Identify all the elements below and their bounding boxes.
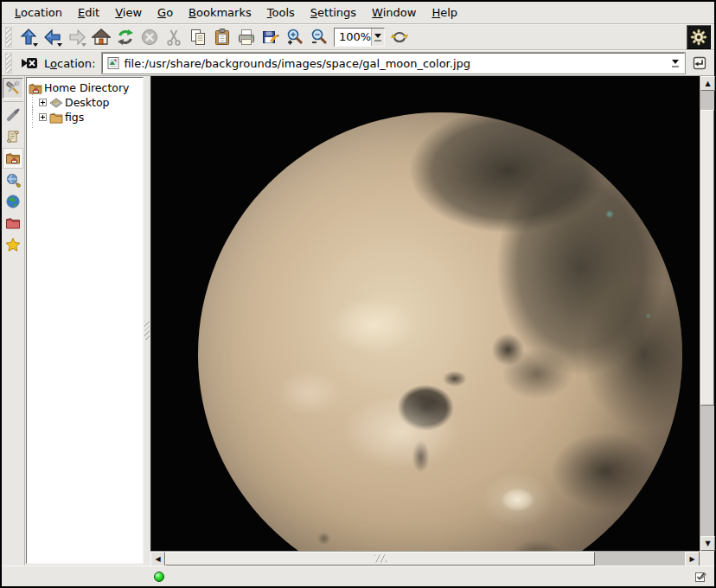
url-combobox[interactable]: file:/usr/share/backgrounds/images/space… (102, 53, 685, 74)
thumb-grip (374, 555, 387, 563)
image-file-icon (106, 56, 120, 70)
sidebar-tab-services[interactable] (3, 169, 23, 190)
copy-pages-icon (189, 28, 208, 47)
stop-icon (140, 28, 159, 47)
magnifier-plus-icon (285, 28, 304, 47)
up-button[interactable] (16, 26, 41, 48)
scissors-icon (164, 28, 183, 47)
history-scroll-icon (5, 129, 21, 144)
zoom-level-dropdown-button[interactable] (371, 29, 384, 46)
menu-settings[interactable]: Settings (303, 3, 364, 22)
paste-button[interactable] (210, 26, 234, 48)
floppy-pencil-icon (261, 28, 280, 47)
scroll-up-button[interactable]: ▲ (700, 76, 715, 91)
folder-icon (49, 112, 63, 124)
location-label: Location: (42, 57, 99, 70)
back-button[interactable] (41, 26, 65, 48)
network-globe-icon (5, 194, 21, 209)
home-folder-icon (5, 150, 21, 166)
go-enter-icon (691, 54, 708, 72)
konqueror-throbber (687, 25, 711, 49)
scroll-right-button[interactable]: ▶ (685, 552, 700, 566)
desktop-icon (49, 97, 63, 109)
reload-icon (116, 28, 135, 47)
clipboard-icon (213, 28, 232, 47)
tree-item-figs[interactable]: figs (29, 110, 143, 125)
scroll-left-button[interactable]: ◀ (150, 552, 165, 566)
root-folder-icon (5, 215, 21, 231)
tree-item-label: Desktop (65, 96, 110, 109)
sidebar-tab-root[interactable] (3, 213, 23, 233)
forward-button (65, 26, 89, 48)
reload-button[interactable] (113, 26, 137, 48)
rotate-button[interactable] (387, 26, 412, 48)
tree-item-home-directory[interactable]: Home Directory (29, 80, 143, 95)
folder-tree-panel: Home Directory Desktop figs (26, 77, 144, 564)
toolbar-drag-handle[interactable] (5, 27, 12, 48)
clear-location-button[interactable] (20, 54, 39, 73)
scroll-down-button[interactable]: ▼ (700, 536, 715, 551)
hammer-wrench-icon (5, 80, 21, 96)
url-dropdown-button[interactable] (668, 54, 682, 73)
clear-location-icon (21, 54, 38, 72)
rotate-arrows-icon (390, 28, 409, 47)
menu-window[interactable]: Window (364, 3, 424, 22)
expand-plus-icon[interactable] (39, 113, 47, 121)
sidebar-tab-bookmarks[interactable] (3, 234, 23, 255)
horizontal-scroll-trough[interactable] (165, 552, 685, 566)
vertical-scroll-trough[interactable] (700, 91, 714, 536)
zoom-level-value: 100% (335, 29, 371, 46)
vertical-scroll-thumb[interactable] (700, 110, 714, 406)
tree-item-desktop[interactable]: Desktop (29, 95, 143, 110)
chevron-down-icon (672, 60, 679, 64)
cut-button (162, 26, 186, 48)
printer-icon (237, 28, 256, 47)
menu-help[interactable]: Help (424, 3, 465, 22)
main-area: Home Directory Desktop figs (2, 76, 714, 566)
save-view-button[interactable] (259, 26, 283, 48)
location-toolbar-drag-handle[interactable] (5, 53, 12, 74)
image-viewer: ▲ ▼ ◀ ▶ (150, 76, 714, 566)
scrollbar-corner (700, 551, 714, 566)
konqueror-window: Location Edit View Go Bookmarks Tools Se… (0, 0, 716, 588)
moon-image (198, 112, 682, 551)
zoom-in-button[interactable] (283, 26, 307, 48)
tree-item-label: figs (65, 111, 84, 124)
home-button[interactable] (89, 26, 113, 48)
statusbar (2, 566, 714, 586)
menu-edit[interactable]: Edit (70, 3, 107, 22)
checkbox-pen-icon (694, 570, 707, 583)
url-input[interactable]: file:/usr/share/backgrounds/images/space… (120, 57, 668, 70)
zoom-out-button[interactable] (307, 26, 331, 48)
image-viewport (150, 76, 700, 551)
menu-tools[interactable]: Tools (259, 3, 303, 22)
zoom-level-combobox[interactable]: 100% (334, 28, 385, 47)
view-link-indicator[interactable] (694, 570, 707, 583)
gray-brush-icon (5, 107, 21, 123)
bookmarks-star-icon (5, 237, 21, 252)
sidebar-tab-tools[interactable] (3, 78, 23, 99)
chevron-down-icon (374, 34, 381, 38)
horizontal-scrollbar: ◀ ▶ (150, 551, 700, 566)
copy-button[interactable] (186, 26, 210, 48)
horizontal-scroll-thumb[interactable] (165, 552, 595, 566)
sidebar-splitter[interactable] (144, 76, 150, 566)
menu-location[interactable]: Location (7, 3, 70, 22)
services-globe-icon (5, 172, 21, 188)
sidebar-tab-history[interactable] (3, 126, 23, 147)
print-button[interactable] (234, 26, 259, 48)
vertical-scrollbar: ▲ ▼ (700, 76, 714, 551)
go-button[interactable] (688, 52, 711, 74)
sidebar-tab-brush[interactable] (3, 105, 23, 125)
sidebar-tab-home[interactable] (3, 148, 23, 169)
kde-gear-icon (690, 29, 707, 46)
tree-item-label: Home Directory (44, 81, 130, 94)
menu-view[interactable]: View (107, 3, 150, 22)
menubar: Location Edit View Go Bookmarks Tools Se… (2, 2, 714, 24)
menu-go[interactable]: Go (150, 3, 181, 22)
home-folder-icon (29, 82, 42, 94)
expand-plus-icon[interactable] (39, 99, 47, 106)
menu-bookmarks[interactable]: Bookmarks (181, 3, 259, 22)
sidebar-tab-network[interactable] (3, 191, 23, 212)
stop-button (137, 26, 162, 48)
